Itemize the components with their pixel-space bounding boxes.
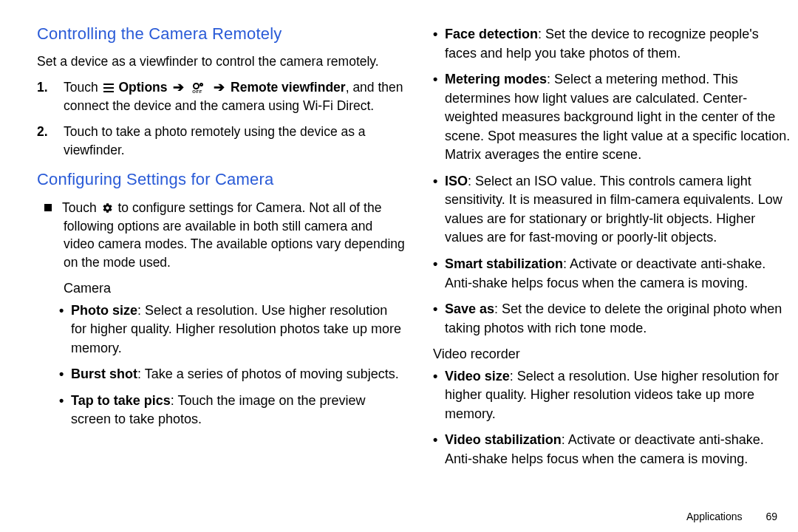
camera-subheading: Camera bbox=[64, 279, 405, 299]
burst-text: : Take a series of photos of moving subj… bbox=[137, 366, 399, 381]
save-text: : Set the device to delete the original … bbox=[445, 301, 782, 335]
option-video-stabilization: Video stabilization: Activate or deactiv… bbox=[445, 431, 791, 468]
steps-list: 1. Touch Options ➔ OFF ➔ Remote viewfind… bbox=[37, 78, 405, 159]
manual-page: Controlling the Camera Remotely Set a de… bbox=[0, 0, 798, 532]
configure-text-a: Touch bbox=[62, 200, 100, 215]
heading-controlling-camera: Controlling the Camera Remotely bbox=[37, 22, 405, 45]
left-column: Controlling the Camera Remotely Set a de… bbox=[37, 22, 418, 525]
gear-icon bbox=[102, 202, 113, 214]
footer-section: Applications bbox=[686, 511, 743, 522]
tap-label: Tap to take pics bbox=[71, 393, 171, 408]
iso-label: ISO bbox=[445, 174, 468, 188]
save-label: Save as bbox=[445, 301, 494, 316]
option-photo-size: Photo size: Select a resolution. Use hig… bbox=[71, 301, 405, 358]
step-1-text-a: Touch bbox=[64, 80, 102, 95]
face-label: Face detection bbox=[445, 27, 538, 41]
camera-options-list-cont: Face detection: Set the device to recogn… bbox=[423, 25, 791, 338]
step-1-remote: Remote viewfinder bbox=[231, 80, 346, 95]
option-iso: ISO: Select an ISO value. This controls … bbox=[445, 172, 791, 248]
step-2-number: 2. bbox=[37, 123, 48, 141]
heading-configuring-settings: Configuring Settings for Camera bbox=[37, 168, 405, 191]
meter-label: Metering modes bbox=[445, 72, 547, 86]
option-metering-modes: Metering modes: Select a metering method… bbox=[445, 70, 791, 165]
photo-size-label: Photo size bbox=[71, 303, 137, 318]
camera-options-list: Photo size: Select a resolution. Use hig… bbox=[37, 301, 405, 429]
video-options-list: Video size: Select a resolution. Use hig… bbox=[423, 367, 791, 469]
square-bullet-icon bbox=[44, 204, 52, 211]
right-column: Face detection: Set the device to recogn… bbox=[418, 22, 791, 525]
option-video-size: Video size: Select a resolution. Use hig… bbox=[445, 367, 791, 424]
configure-text-b: to configure settings for Camera. Not al… bbox=[64, 200, 405, 270]
step-2: 2. Touch to take a photo remotely using … bbox=[64, 123, 405, 160]
option-save-as: Save as: Set the device to delete the or… bbox=[445, 300, 791, 338]
intro-text: Set a device as a viewfinder to control … bbox=[37, 52, 405, 71]
step-1: 1. Touch Options ➔ OFF ➔ Remote viewfind… bbox=[64, 78, 405, 115]
arrow-icon: ➔ bbox=[173, 80, 184, 95]
option-tap-to-take: Tap to take pics: Touch the image on the… bbox=[71, 392, 405, 429]
step-1-options: Options bbox=[118, 80, 167, 95]
option-burst-shot: Burst shot: Take a series of photos of m… bbox=[71, 365, 405, 384]
vsize-label: Video size bbox=[445, 369, 510, 383]
remote-off-icon: OFF bbox=[192, 83, 205, 93]
configure-block: Touch to configure settings for Camera. … bbox=[37, 199, 405, 272]
menu-icon bbox=[103, 83, 114, 92]
step-1-number: 1. bbox=[37, 78, 48, 97]
arrow-icon: ➔ bbox=[214, 80, 225, 95]
page-footer: Applications 69 bbox=[686, 510, 777, 525]
stab-label: Smart stabilization bbox=[445, 256, 563, 271]
video-subheading: Video recorder bbox=[433, 345, 791, 364]
step-2-text: Touch to take a photo remotely using the… bbox=[64, 124, 366, 157]
burst-label: Burst shot bbox=[71, 366, 137, 381]
footer-page-number: 69 bbox=[765, 511, 777, 522]
option-face-detection: Face detection: Set the device to recogn… bbox=[445, 25, 791, 63]
iso-text: : Select an ISO value. This controls cam… bbox=[445, 174, 782, 245]
vstab-label: Video stabilization bbox=[445, 432, 562, 447]
option-smart-stabilization: Smart stabilization: Activate or deactiv… bbox=[445, 255, 791, 293]
